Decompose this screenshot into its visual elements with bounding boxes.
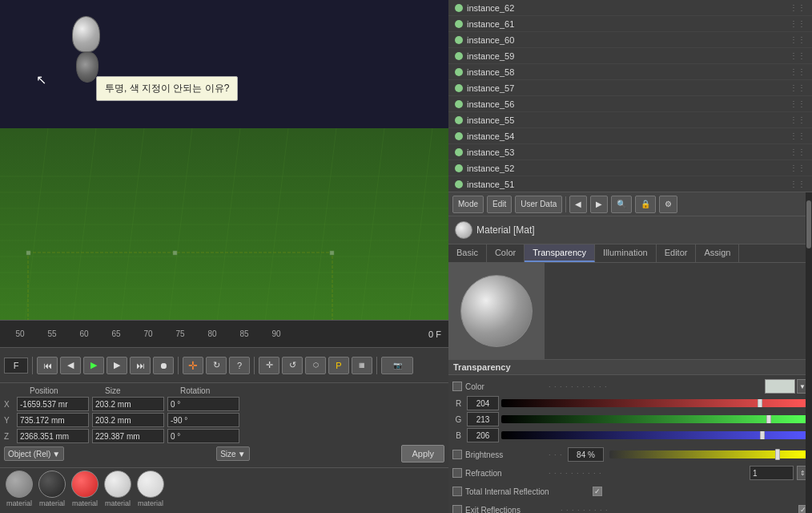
viewport[interactable]: ↖ 투명, 색 지정이 안되는 이유? [0,0,448,320]
exit-reflections-checkbox[interactable] [452,505,462,513]
swatch-1[interactable]: material [37,471,67,511]
refraction-value-input[interactable] [750,466,794,480]
width-input[interactable] [92,397,164,411]
brightness-checkbox[interactable] [452,450,462,459]
total-internal-check-value[interactable]: ✓ [593,487,602,496]
timeline-mark-60: 60 [68,329,100,338]
forward-button[interactable]: ▶ [590,196,608,213]
back-button[interactable]: ◀ [569,196,587,213]
material-header: Material [Mat] [448,216,812,244]
color-property-row: Color · · · · · · · · · · · ▼ [452,378,808,395]
next-frame-button[interactable]: ▶ [107,357,127,374]
material-tabs: Basic Color Transparency Illumination Ed… [448,244,812,263]
list-item-60[interactable]: instance_60 ⋮⋮ [448,32,812,48]
list-item-53[interactable]: instance_53 ⋮⋮ [448,144,812,160]
swatch-sphere-4 [137,471,164,498]
list-item-56[interactable]: instance_56 ⋮⋮ [448,96,812,112]
tab-color[interactable]: Color [487,244,525,262]
object-name-58: instance_58 [467,67,786,77]
help-button[interactable]: ? [229,357,250,374]
rot-p-input[interactable] [167,413,239,427]
object-handle-59: ⋮⋮ [790,51,806,60]
refraction-checkbox[interactable] [452,468,462,478]
b-slider[interactable] [501,431,808,439]
list-item-55[interactable]: instance_55 ⋮⋮ [448,112,812,128]
height-input[interactable] [92,413,164,427]
color-checkbox[interactable] [452,382,462,391]
object-list[interactable]: instance_62 ⋮⋮ instance_61 ⋮⋮ instance_6… [448,0,812,192]
search-button[interactable]: 🔍 [611,196,632,213]
object-dot-54 [455,132,463,140]
userdata-button[interactable]: User Data [515,196,562,213]
tab-illumination[interactable]: Illumination [595,244,657,262]
object-name-57: instance_57 [467,83,786,93]
scale-button[interactable]: ⬡ [305,357,326,374]
color-swatch[interactable] [765,379,795,394]
object-name-60: instance_60 [467,35,786,45]
tab-basic[interactable]: Basic [448,244,487,262]
swatch-2[interactable]: material [70,471,100,511]
list-item-52[interactable]: instance_52 ⋮⋮ [448,160,812,176]
list-item-61[interactable]: instance_61 ⋮⋮ [448,16,812,32]
brightness-value-input[interactable] [568,447,604,462]
g-slider[interactable] [501,415,808,423]
list-item-51[interactable]: instance_51 ⋮⋮ [448,176,812,192]
exit-reflections-row: Exit Reflections · · · · · · · · · ✓ [452,501,808,513]
swatch-4[interactable]: material [135,471,166,511]
object-rel-dropdown[interactable]: Object (Rel) ▼ [4,446,64,461]
object-name-51: instance_51 [467,180,786,189]
tab-transparency[interactable]: Transparency [525,244,595,262]
transform-controls: Position Size Rotation X Y Z [0,382,448,467]
total-internal-checkbox[interactable] [452,487,462,496]
total-internal-reflection-row: Total Internal Reflection ✓ [452,483,808,500]
r-slider[interactable] [501,399,808,407]
x-position-input[interactable] [17,397,89,411]
grid-button[interactable]: ▦ [352,357,372,374]
rotate-tool-button[interactable]: ↻ [206,357,227,374]
settings-button[interactable]: ⚙ [659,196,677,213]
right-scrollbar[interactable] [806,192,812,513]
skip-to-end-button[interactable]: ⏭ [130,357,151,374]
play-button[interactable]: ▶ [83,357,104,374]
list-item-54[interactable]: instance_54 ⋮⋮ [448,128,812,144]
refraction-dots: · · · · · · · · · · [549,469,746,477]
list-item-59[interactable]: instance_59 ⋮⋮ [448,48,812,64]
size-dropdown[interactable]: Size ▼ [216,446,249,461]
camera-button[interactable]: 📷 [381,357,413,374]
frame-number-input[interactable] [4,357,28,374]
tab-editor[interactable]: Editor [657,244,697,262]
edit-button[interactable]: Edit [487,196,512,213]
rot-h-input[interactable] [167,397,239,411]
x-row: X [4,397,444,411]
rot-b-input[interactable] [167,429,239,443]
rotate-icon-button[interactable]: ↺ [282,357,303,374]
b-value-input[interactable] [467,428,499,442]
prev-frame-button[interactable]: ◀ [60,357,81,374]
move-tool2-button[interactable]: ✛ [259,357,279,374]
swatch-3[interactable]: material [103,471,133,511]
record-button[interactable]: ⏺ [153,357,174,374]
render-button[interactable]: P [328,357,349,374]
skip-to-start-button[interactable]: ⏮ [37,357,58,374]
swatch-0[interactable]: material [4,471,34,511]
g-value-input[interactable] [467,412,499,426]
brightness-slider[interactable] [609,450,808,458]
timeline-numbers: 50 55 60 65 70 75 80 85 90 [4,329,425,338]
object-handle-52: ⋮⋮ [790,164,806,172]
list-item-57[interactable]: instance_57 ⋮⋮ [448,80,812,96]
object-name-55: instance_55 [467,115,786,125]
z-position-input[interactable] [17,429,89,443]
material-preview-area [448,263,812,359]
list-item-62[interactable]: instance_62 ⋮⋮ [448,0,812,16]
r-value-input[interactable] [467,396,499,410]
y-position-input[interactable] [17,413,89,427]
b-label: B [452,431,464,440]
list-item-58[interactable]: instance_58 ⋮⋮ [448,64,812,80]
apply-button[interactable]: Apply [401,445,444,463]
depth-input[interactable] [92,429,164,443]
tab-assign[interactable]: Assign [696,244,739,262]
object-name-54: instance_54 [467,131,786,141]
move-tool-button[interactable]: ✛ [183,357,203,374]
lock-button[interactable]: 🔒 [635,196,656,213]
mode-button[interactable]: Mode [452,196,484,213]
